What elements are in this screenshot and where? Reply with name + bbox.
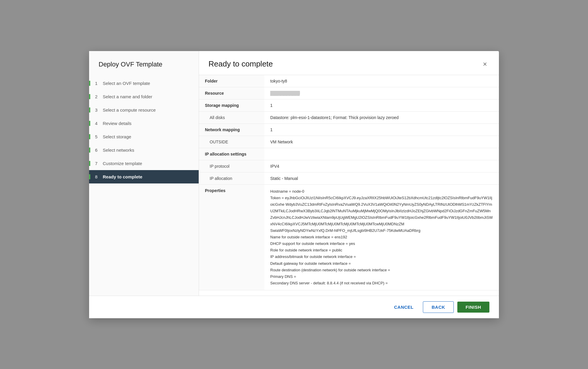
- row-label-9: Properties: [199, 184, 264, 290]
- back-button[interactable]: BACK: [423, 301, 453, 313]
- step-label-2: Select a name and folder: [103, 94, 152, 99]
- step-indicator-2: [89, 94, 90, 99]
- table-row: Storage mapping1: [199, 99, 499, 111]
- sidebar: Deploy OVF Template 1Select an OVF templ…: [89, 51, 199, 296]
- step-label-8: Ready to complete: [103, 174, 142, 179]
- sidebar-steps: 1Select an OVF template2Select a name an…: [89, 77, 199, 183]
- row-label-1: Resource: [199, 87, 264, 99]
- row-label-7: IP protocol: [199, 160, 264, 172]
- row-label-8: IP allocation: [199, 172, 264, 184]
- modal-footer: CANCEL BACK FINISH: [89, 296, 499, 318]
- sidebar-step-6[interactable]: 6Select networks: [89, 143, 199, 157]
- row-value-8: Static - Manual: [264, 172, 499, 184]
- row-value-7: IPV4: [264, 160, 499, 172]
- sidebar-step-4[interactable]: 4Review details: [89, 117, 199, 130]
- summary-tbody: Foldertokyo-ty8Resource██████████Storage…: [199, 75, 499, 290]
- row-label-4: Network mapping: [199, 123, 264, 136]
- step-number-1: 1: [95, 81, 100, 86]
- sidebar-step-2[interactable]: 2Select a name and folder: [89, 90, 199, 103]
- sidebar-step-3[interactable]: 3Select a compute resource: [89, 103, 199, 117]
- row-value-1: ██████████: [264, 87, 499, 99]
- sidebar-title: Deploy OVF Template: [89, 61, 199, 77]
- row-label-5: OUTSIDE: [199, 136, 264, 148]
- step-label-5: Select storage: [103, 134, 131, 139]
- table-row: OUTSIDEVM Network: [199, 136, 499, 148]
- row-value-2: 1: [264, 99, 499, 111]
- step-indicator-7: [89, 161, 90, 166]
- step-indicator-4: [89, 121, 90, 126]
- main-header: Ready to complete ×: [199, 51, 499, 75]
- row-value-9: Hostname = node-0Token = eyJhbGciOiJIUzI…: [264, 184, 499, 290]
- modal-overlay: Deploy OVF Template 1Select an OVF templ…: [0, 0, 588, 369]
- table-row: Network mapping1: [199, 123, 499, 136]
- row-label-6: IP allocation settings: [199, 148, 264, 160]
- table-row: PropertiesHostname = node-0Token = eyJhb…: [199, 184, 499, 290]
- table-row: All disksDatastore: plm-esxi-1-datastore…: [199, 111, 499, 123]
- redacted-value: ██████████: [270, 91, 300, 95]
- step-number-3: 3: [95, 107, 100, 113]
- step-number-8: 8: [95, 174, 100, 179]
- step-indicator-5: [89, 134, 90, 139]
- row-value-4: 1: [264, 123, 499, 136]
- table-row: IP allocation settings: [199, 148, 499, 160]
- table-row: Resource██████████: [199, 87, 499, 99]
- step-indicator-1: [89, 81, 90, 86]
- row-value-0: tokyo-ty8: [264, 75, 499, 87]
- sidebar-step-1[interactable]: 1Select an OVF template: [89, 77, 199, 90]
- step-number-6: 6: [95, 148, 100, 153]
- sidebar-step-8[interactable]: 8Ready to complete: [89, 170, 199, 183]
- step-label-6: Select networks: [103, 148, 134, 153]
- step-number-5: 5: [95, 134, 100, 139]
- table-row: IP protocolIPV4: [199, 160, 499, 172]
- summary-table: Foldertokyo-ty8Resource██████████Storage…: [199, 75, 499, 290]
- row-label-3: All disks: [199, 111, 264, 123]
- summary-content: Foldertokyo-ty8Resource██████████Storage…: [199, 75, 499, 296]
- cancel-button[interactable]: CANCEL: [388, 302, 420, 313]
- sidebar-step-7[interactable]: 7Customize template: [89, 157, 199, 170]
- main-content: Ready to complete × Foldertokyo-ty8Resou…: [199, 51, 499, 296]
- properties-value: Hostname = node-0Token = eyJhbGciOiJIUzI…: [270, 188, 493, 286]
- finish-button[interactable]: FINISH: [457, 302, 489, 313]
- step-indicator-3: [89, 107, 90, 113]
- step-label-7: Customize template: [103, 161, 142, 166]
- step-number-4: 4: [95, 121, 100, 126]
- step-indicator-8: [89, 174, 90, 179]
- row-label-2: Storage mapping: [199, 99, 264, 111]
- step-number-2: 2: [95, 94, 100, 99]
- step-label-3: Select a compute resource: [103, 107, 156, 113]
- sidebar-step-5[interactable]: 5Select storage: [89, 130, 199, 143]
- table-row: IP allocationStatic - Manual: [199, 172, 499, 184]
- close-button[interactable]: ×: [480, 59, 489, 69]
- table-row: Foldertokyo-ty8: [199, 75, 499, 87]
- row-value-6: [264, 148, 499, 160]
- row-value-3: Datastore: plm-esxi-1-datastore1; Format…: [264, 111, 499, 123]
- step-label-4: Review details: [103, 121, 132, 126]
- step-indicator-6: [89, 148, 90, 153]
- page-title: Ready to complete: [208, 59, 273, 69]
- modal: Deploy OVF Template 1Select an OVF templ…: [89, 51, 499, 318]
- modal-body: Deploy OVF Template 1Select an OVF templ…: [89, 51, 499, 296]
- row-label-0: Folder: [199, 75, 264, 87]
- step-label-1: Select an OVF template: [103, 81, 150, 86]
- step-number-7: 7: [95, 161, 100, 166]
- row-value-5: VM Network: [264, 136, 499, 148]
